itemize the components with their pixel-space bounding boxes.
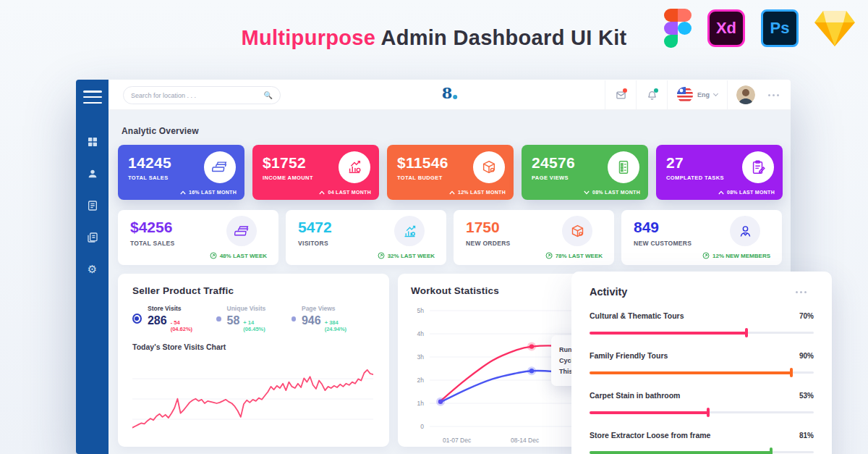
- metric-delta: + 14 (06.45%): [243, 319, 272, 332]
- slider-handle[interactable]: [790, 368, 793, 377]
- stat-value: 14245: [128, 154, 171, 172]
- title-accent: Multipurpose: [241, 26, 375, 49]
- stat-label: TOTAL BUDGET: [397, 175, 443, 181]
- mini-label: NEW CUSTOMERS: [634, 240, 692, 247]
- mini-trend: 48% LAST WEEK: [210, 252, 267, 259]
- money-stack-icon: [204, 151, 236, 183]
- stat-label: PAGE VIEWS: [532, 175, 569, 181]
- stat-value: 24576: [532, 154, 575, 172]
- stat-card-income: $1752 INCOME AMOUNT 04 LAST MONTH: [252, 145, 379, 200]
- activity-label: Family Friendly Tours: [590, 351, 668, 360]
- stat-trend: 16% LAST MONTH: [180, 190, 237, 195]
- activity-item: Carpet Stain in bathroom53%: [590, 391, 814, 417]
- avatar[interactable]: [736, 85, 755, 104]
- xd-label: Xd: [716, 19, 736, 38]
- store-visits-chart[interactable]: [132, 357, 373, 438]
- stat-label: INCOME AMOUNT: [263, 175, 313, 181]
- activity-percent: 70%: [799, 312, 814, 320]
- mini-trend: 32% LAST WEEK: [378, 252, 435, 259]
- radio-unselected-icon[interactable]: [216, 316, 221, 321]
- mini-value: 1750: [466, 219, 500, 236]
- notifications-button[interactable]: [637, 80, 667, 110]
- panel-title: Seller Product Traffic: [132, 285, 375, 296]
- metric-store-visits[interactable]: Store Visits 286 - 54 (04.62%): [132, 305, 197, 332]
- sidebar-item-dashboard[interactable]: [85, 135, 100, 149]
- sidebar-item-pages[interactable]: [85, 230, 100, 245]
- mini-card-visitors: 5472 VISITORS 32% LAST WEEK: [286, 210, 446, 265]
- stat-label: COMPLATED TASKS: [666, 175, 724, 181]
- mini-trend: 78% LAST WEEK: [545, 252, 603, 259]
- design-tool-logos: Xd Ps: [664, 9, 855, 48]
- growth-chart-icon: [394, 216, 425, 246]
- progress-bar[interactable]: [590, 368, 814, 377]
- trend-up-icon: [180, 190, 186, 195]
- seller-traffic-panel: Seller Product Traffic Store Visits 286 …: [118, 274, 389, 447]
- trend-up-icon: [718, 190, 724, 195]
- mini-value: $4256: [130, 219, 172, 236]
- topbar-more-button[interactable]: [761, 94, 786, 96]
- mini-trend: 12% NEW MEMBERS: [702, 252, 770, 259]
- activity-percent: 90%: [799, 352, 814, 360]
- sidebar-item-users[interactable]: [85, 167, 100, 181]
- trend-circle-icon: [210, 252, 217, 259]
- adobe-xd-icon: Xd: [707, 9, 745, 47]
- stat-trend: 04 LAST MONTH: [319, 190, 371, 195]
- language-label: Eng: [697, 91, 710, 98]
- mini-label: TOTAL SALES: [130, 240, 174, 247]
- activity-label: Cultural & Thematic Tours: [590, 311, 684, 320]
- messages-button[interactable]: [605, 80, 636, 110]
- radio-unselected-icon[interactable]: [292, 316, 296, 321]
- metric-value: 286: [148, 314, 167, 327]
- language-selector[interactable]: Eng: [668, 80, 727, 110]
- stat-value: $1752: [263, 154, 306, 172]
- progress-bar[interactable]: [590, 447, 814, 454]
- growth-chart-icon: [339, 151, 370, 183]
- sidebar-item-settings[interactable]: ⚙: [85, 262, 100, 277]
- metric-value: 58: [227, 314, 240, 327]
- sidebar: ⚙: [76, 80, 109, 454]
- progress-bar[interactable]: [590, 328, 814, 337]
- radio-selected-icon[interactable]: [132, 314, 142, 324]
- search-box: 🔍: [123, 86, 281, 104]
- stat-trend: 08% LAST MONTH: [718, 190, 775, 195]
- activity-item: Family Friendly Tours90%: [590, 351, 814, 377]
- slider-handle[interactable]: [745, 328, 748, 337]
- stat-value: 27: [666, 154, 684, 172]
- sidebar-item-reports[interactable]: [85, 198, 100, 213]
- stat-cards-row: 14245 TOTAL SALES 16% LAST MONTH $1752 I…: [118, 145, 783, 200]
- search-input[interactable]: [131, 92, 264, 99]
- activity-more-button[interactable]: [788, 291, 814, 293]
- stat-card-tasks: 27 COMPLATED TASKS 08% LAST MONTH: [656, 145, 783, 200]
- stat-card-page-views: 24576 PAGE VIEWS 08% LAST MONTH: [522, 145, 648, 200]
- metric-unique-visits[interactable]: Unique Visits 58 + 14 (06.45%): [216, 305, 272, 332]
- stat-trend: 08% LAST MONTH: [584, 190, 640, 195]
- search-icon[interactable]: 🔍: [264, 91, 273, 99]
- activity-percent: 53%: [799, 392, 814, 400]
- brand-logo: 8: [442, 85, 458, 101]
- mini-label: NEW ORDERS: [466, 240, 511, 247]
- metric-label: Store Visits: [148, 305, 197, 312]
- money-stack-icon: [226, 216, 257, 246]
- progress-bar[interactable]: [590, 408, 814, 417]
- activity-percent: 81%: [799, 432, 814, 440]
- metric-page-views[interactable]: Page Views 946 + 384 (24.94%): [292, 305, 356, 332]
- stat-value: $11546: [397, 154, 448, 172]
- mini-card-total-sales: $4256 TOTAL SALES 48% LAST WEEK: [118, 210, 278, 265]
- hamburger-menu-icon[interactable]: [82, 88, 103, 106]
- mini-value: 849: [634, 219, 659, 236]
- metric-delta: + 384 (24.94%): [325, 319, 356, 332]
- gear-icon: ⚙: [88, 263, 97, 276]
- trend-circle-icon: [545, 252, 553, 259]
- slider-handle[interactable]: [707, 408, 710, 417]
- us-flag-icon: [677, 87, 693, 103]
- section-title: Analytic Overview: [122, 126, 199, 136]
- stat-card-budget: $11546 TOTAL BUDGET 12% LAST MONTH: [387, 145, 514, 200]
- trend-circle-icon: [702, 252, 710, 259]
- trend-circle-icon: [378, 252, 385, 259]
- slider-handle[interactable]: [770, 447, 773, 454]
- photoshop-icon: Ps: [761, 9, 799, 47]
- topbar: 🔍 8: [109, 80, 791, 110]
- activity-panel: Activity Cultural & Thematic Tours70% Fa…: [571, 272, 832, 454]
- checklist-icon: [608, 151, 639, 183]
- trend-up-icon: [319, 190, 325, 195]
